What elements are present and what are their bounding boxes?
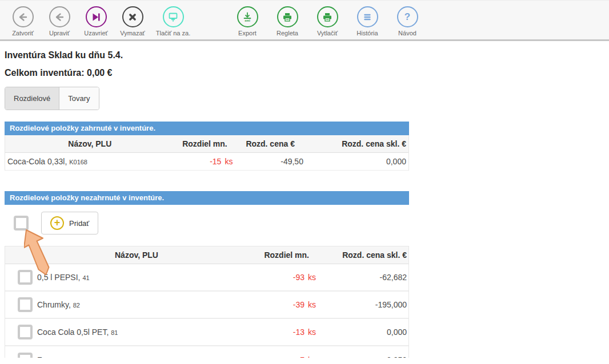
item-stock-price: -195,000: [318, 296, 409, 313]
toolbar-item-tlacit-na-za[interactable]: Tlačiť na za.: [151, 6, 195, 37]
back-arrow-icon: [13, 6, 34, 27]
tab-group: Rozdielové Tovary: [5, 87, 99, 110]
table-row[interactable]: 0,5 l PEPSI, 41 -93ks -62,682: [5, 264, 408, 292]
inventory-total: Celkom inventúra: 0,00 €: [5, 68, 609, 78]
main-content: Inventúra Sklad ku dňu 5.4. Celkom inven…: [0, 50, 609, 358]
section-header-excluded: Rozdielové položky nezahrnuté v inventúr…: [5, 191, 409, 205]
toolbar-item-uzavriet[interactable]: Uzavrieť: [78, 6, 114, 37]
toolbar-item-label: Návod: [398, 30, 416, 37]
column-header-qty: Rozdiel mn.: [175, 135, 235, 152]
table-row[interactable]: F -7ks 0,050: [5, 346, 408, 358]
column-header-name: Názov, PLU: [5, 135, 175, 152]
item-name: Coca-Cola 0,33l, K0168: [5, 153, 175, 170]
table-row[interactable]: Coca Cola 0,5l PET, 81 -13ks 0,000: [5, 319, 408, 346]
menu-lines-icon: [357, 6, 378, 27]
item-name: F: [35, 351, 238, 358]
column-header-spacer: [5, 251, 35, 259]
item-price: -49,50: [235, 153, 306, 170]
skip-end-icon: [86, 6, 107, 27]
item-stock-price: 0,000: [306, 153, 408, 170]
row-checkbox[interactable]: [18, 297, 33, 312]
table-header-row: Názov, PLU Rozdiel mn. Rozd. cena € Rozd…: [5, 135, 408, 153]
toolbar-item-label: Upraviť: [49, 30, 70, 37]
printer-icon: [317, 6, 338, 27]
item-qty: -39ks: [238, 296, 318, 313]
column-header-price: Rozd. cena €: [235, 135, 306, 152]
item-stock-price: 0,000: [318, 323, 409, 341]
included-items-table: Názov, PLU Rozdiel mn. Rozd. cena € Rozd…: [5, 135, 409, 171]
table-header-row: Názov, PLU Rozdiel mn. Rozd. cena skl. €: [5, 246, 408, 264]
toolbar-item-label: História: [356, 30, 378, 37]
item-qty: -7ks: [238, 351, 318, 358]
toolbar: Zatvoriť Upraviť Uzavrieť Vymazať Tlačiť…: [0, 0, 609, 41]
select-all-checkbox[interactable]: [14, 216, 29, 230]
item-qty: -13ks: [238, 323, 318, 341]
toolbar-item-label: Export: [238, 30, 257, 37]
excluded-controls: + Pridať: [14, 212, 409, 236]
item-stock-price: 0,050: [318, 351, 408, 358]
item-name: 0,5 l PEPSI, 41: [35, 269, 238, 286]
item-plu: 41: [82, 274, 89, 281]
question-icon: ?: [397, 6, 418, 27]
toolbar-item-label: Tlačiť na za.: [156, 30, 190, 37]
item-plu: K0168: [69, 159, 87, 165]
item-stock-price: -62,682: [318, 269, 409, 286]
printer-icon: [277, 6, 298, 27]
toolbar-item-label: Uzavrieť: [84, 30, 107, 37]
toolbar-item-label: Vymazať: [120, 30, 145, 37]
toolbar-item-export[interactable]: xml Export: [227, 6, 267, 37]
toolbar-item-navod[interactable]: ? Návod: [387, 6, 427, 37]
item-qty: -15ks: [175, 153, 235, 170]
excluded-items-table: Názov, PLU Rozdiel mn. Rozd. cena skl. €…: [5, 246, 409, 358]
item-plu: 81: [111, 329, 118, 336]
item-plu: 82: [73, 302, 80, 309]
column-header-stock: Rozd. cena skl. €: [318, 246, 409, 264]
toolbar-item-regleta[interactable]: Regleta: [267, 6, 307, 37]
toolbar-item-label: Regleta: [277, 30, 298, 37]
row-checkbox[interactable]: [18, 270, 33, 285]
plus-icon: +: [50, 216, 64, 230]
column-header-stock: Rozd. cena skl. €: [306, 135, 408, 152]
delete-x-icon: [122, 6, 143, 27]
toolbar-item-label: Vytlačiť: [317, 30, 338, 37]
toolbar-item-historia[interactable]: História: [347, 6, 387, 37]
toolbar-item-vytlacit[interactable]: Vytlačiť: [307, 6, 347, 37]
svg-text:xml: xml: [245, 19, 250, 22]
tab-rozdielove[interactable]: Rozdielové: [5, 87, 59, 110]
clipped-row-container: F -7ks 0,050: [5, 346, 408, 358]
table-row[interactable]: Coca-Cola 0,33l, K0168 -15ks -49,50 0,00…: [5, 153, 408, 171]
table-row[interactable]: Chrumky, 82 -39ks -195,000: [5, 292, 408, 319]
tab-tovary[interactable]: Tovary: [59, 87, 98, 110]
toolbar-item-vymazat[interactable]: Vymazať: [114, 6, 151, 37]
back-arrow-icon: [49, 6, 70, 27]
row-checkbox[interactable]: [18, 325, 33, 339]
export-xml-icon: xml: [237, 6, 258, 27]
toolbar-item-zatvorit[interactable]: Zatvoriť: [5, 6, 41, 37]
page-title: Inventúra Sklad ku dňu 5.4.: [5, 50, 609, 60]
section-header-included: Rozdielové položky zahrnuté v inventúre.: [5, 122, 409, 135]
row-checkbox[interactable]: [18, 353, 33, 358]
add-button-label: Pridať: [69, 219, 89, 228]
print-display-icon: [163, 6, 184, 27]
item-name: Chrumky, 82: [35, 296, 238, 313]
item-name: Coca Cola 0,5l PET, 81: [35, 323, 238, 341]
item-qty: -93ks: [238, 269, 318, 286]
toolbar-item-upravit[interactable]: Upraviť: [41, 6, 78, 37]
add-button[interactable]: + Pridať: [41, 212, 98, 234]
column-header-qty: Rozdiel mn.: [238, 246, 318, 264]
toolbar-item-label: Zatvoriť: [12, 30, 34, 37]
column-header-name: Názov, PLU: [35, 246, 238, 264]
